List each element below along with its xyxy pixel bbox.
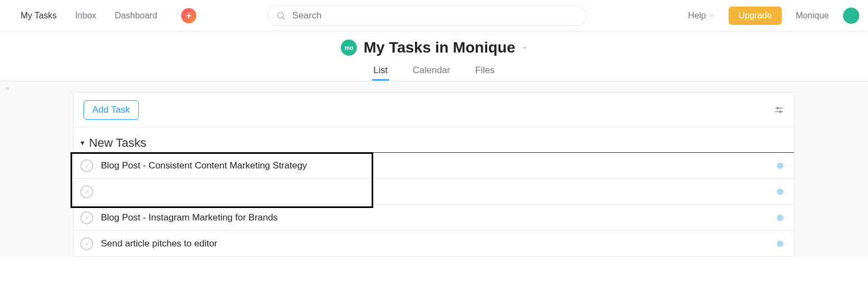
page-title[interactable]: My Tasks in Monique [363, 39, 515, 56]
search-wrap [267, 5, 587, 26]
project-dot-icon [777, 188, 783, 195]
project-dot-icon [777, 162, 783, 169]
quick-add-button[interactable] [181, 8, 196, 23]
complete-checkbox[interactable] [80, 211, 93, 224]
task-title: Blog Post - Instagram Marketing for Bran… [101, 212, 278, 223]
nav-right: Help Upgrade Monique [688, 6, 846, 25]
task-panel: Add Task ▼ New Tasks Blog Post - Consist… [73, 92, 795, 257]
chevron-down-icon[interactable] [522, 45, 527, 50]
nav-inbox[interactable]: Inbox [75, 11, 96, 21]
nav-dashboard[interactable]: Dashboard [115, 11, 157, 21]
svg-line-1 [283, 17, 284, 19]
upgrade-button[interactable]: Upgrade [729, 6, 781, 25]
nav-my-tasks[interactable]: My Tasks [21, 11, 56, 21]
task-title: Send article pitches to editor [101, 238, 218, 249]
complete-checkbox[interactable] [80, 185, 93, 198]
search-icon [276, 11, 286, 21]
plus-icon [185, 12, 193, 20]
tab-calendar[interactable]: Calendar [412, 62, 451, 81]
complete-checkbox[interactable] [80, 159, 93, 172]
add-task-button[interactable]: Add Task [84, 100, 139, 120]
canvas: Add Task ▼ New Tasks Blog Post - Consist… [0, 81, 868, 257]
section-name: New Tasks [89, 136, 146, 150]
search-input[interactable] [291, 10, 578, 22]
filter-icon[interactable] [774, 105, 784, 115]
check-icon [84, 240, 90, 247]
sidebar-expand-handle[interactable]: » [5, 84, 9, 92]
complete-checkbox[interactable] [80, 237, 93, 250]
panel-toolbar: Add Task [74, 93, 794, 127]
project-dot-icon [777, 240, 783, 247]
nav-left: My Tasks Inbox Dashboard [21, 8, 196, 23]
workspace-avatar: mo [341, 40, 357, 56]
project-dot-icon [777, 214, 783, 221]
tab-list[interactable]: List [372, 62, 388, 81]
search-field[interactable] [267, 5, 587, 26]
check-icon [84, 214, 90, 221]
help-menu[interactable]: Help [688, 11, 714, 21]
task-row[interactable]: Send article pitches to editor [74, 231, 794, 257]
task-row[interactable]: Blog Post - Instagram Marketing for Bran… [74, 205, 794, 231]
task-title: Blog Post - Consistent Content Marketing… [101, 160, 307, 171]
view-tabs: List Calendar Files [0, 60, 868, 81]
section-header[interactable]: ▼ New Tasks [74, 127, 794, 153]
collapse-caret-icon: ▼ [79, 140, 86, 146]
title-row: mo My Tasks in Monique [0, 31, 868, 60]
page-header: mo My Tasks in Monique List Calendar Fil… [0, 31, 868, 81]
task-row[interactable] [74, 179, 794, 205]
chevron-down-icon [709, 13, 714, 18]
check-icon [84, 162, 90, 169]
help-label: Help [688, 11, 706, 21]
task-row[interactable]: Blog Post - Consistent Content Marketing… [74, 153, 794, 179]
tab-files[interactable]: Files [474, 62, 496, 81]
username-label[interactable]: Monique [796, 11, 829, 21]
annotation-highlight: Blog Post - Consistent Content Marketing… [74, 153, 794, 205]
user-avatar[interactable] [843, 8, 859, 24]
check-icon [84, 188, 90, 195]
topbar: My Tasks Inbox Dashboard Help Upgrade Mo… [0, 0, 868, 31]
